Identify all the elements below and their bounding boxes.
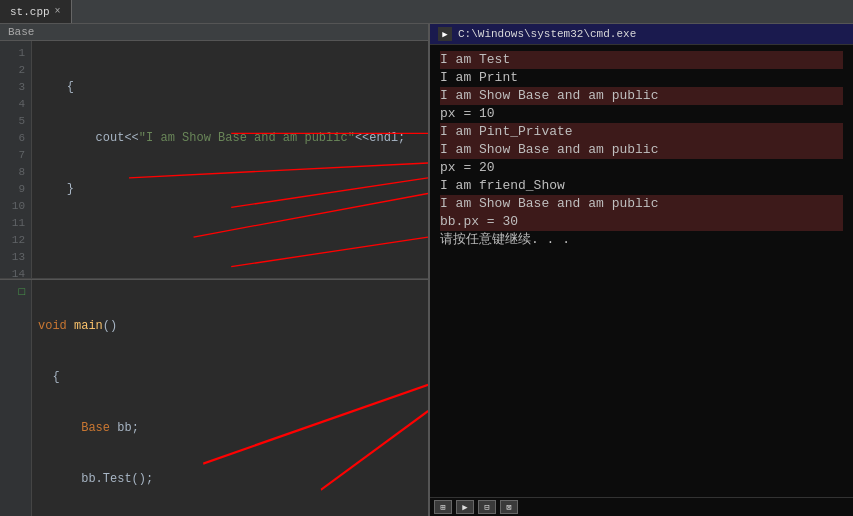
code-line: Base bb; bbox=[38, 420, 422, 437]
bottom-code-panel: □ void main() { Base bb; bb.Test bbox=[0, 279, 428, 516]
main-area: Base 1 2 3 4 5 6 7 8 9 10 11 12 13 14 15… bbox=[0, 24, 853, 516]
cmd-output-line-7: I am friend_Show bbox=[440, 177, 843, 195]
cmd-footer: ⊞ ▶ ⊟ ⊠ bbox=[430, 497, 853, 516]
cmd-header: ▶ C:\Windows\system32\cmd.exe bbox=[430, 24, 853, 45]
main-code-content[interactable]: void main() { Base bb; bb.Test(); //测试友元… bbox=[32, 280, 428, 516]
cmd-btn-2[interactable]: ▶ bbox=[456, 500, 474, 514]
cmd-title: C:\Windows\system32\cmd.exe bbox=[458, 28, 636, 40]
code-line: cout<<"I am Show Base and am public"<<en… bbox=[38, 130, 422, 147]
cmd-btn-3[interactable]: ⊟ bbox=[478, 500, 496, 514]
main-line-numbers: □ bbox=[0, 280, 32, 516]
main-code-section: □ void main() { Base bb; bb.Test bbox=[0, 278, 428, 516]
cmd-btn-4[interactable]: ⊠ bbox=[500, 500, 518, 514]
editor-panel: Base 1 2 3 4 5 6 7 8 9 10 11 12 13 14 15… bbox=[0, 24, 430, 516]
cmd-body: I am Test I am Print I am Show Base and … bbox=[430, 45, 853, 497]
cmd-btn-1[interactable]: ⊞ bbox=[434, 500, 452, 514]
cmd-output-line-3: px = 10 bbox=[440, 105, 843, 123]
cmd-output-line-6: px = 20 bbox=[440, 159, 843, 177]
code-line: bb.Test(); bbox=[38, 471, 422, 488]
active-tab[interactable]: st.cpp × bbox=[0, 0, 72, 23]
code-content[interactable]: { cout<<"I am Show Base and am public"<<… bbox=[32, 41, 428, 278]
code-line: void main() bbox=[38, 318, 422, 335]
tab-close-button[interactable]: × bbox=[55, 6, 61, 17]
code-line: } bbox=[38, 181, 422, 198]
cmd-output-line-5: I am Show Base and am public bbox=[440, 141, 843, 159]
editor-code-wrapper: 1 2 3 4 5 6 7 8 9 10 11 12 13 14 15 16 { bbox=[0, 41, 428, 278]
cmd-icon: ▶ bbox=[438, 27, 452, 41]
code-line: { bbox=[38, 79, 422, 96]
cmd-output-line-9: bb.px = 30 bbox=[440, 213, 843, 231]
cmd-output-line-10: 请按任意键继续. . . bbox=[440, 231, 843, 249]
tab-bar: st.cpp × bbox=[0, 0, 853, 24]
line-numbers: 1 2 3 4 5 6 7 8 9 10 11 12 13 14 15 16 bbox=[0, 41, 32, 278]
cmd-output-line-4: I am Pint_Private bbox=[440, 123, 843, 141]
code-line bbox=[38, 232, 422, 249]
cmd-output-line-0: I am Test bbox=[440, 51, 843, 69]
cmd-output-line-1: I am Print bbox=[440, 69, 843, 87]
tab-label: st.cpp bbox=[10, 6, 50, 18]
editor-header: Base bbox=[0, 24, 428, 41]
cmd-output-line-2: I am Show Base and am public bbox=[440, 87, 843, 105]
code-line: { bbox=[38, 369, 422, 386]
cmd-panel: ▶ C:\Windows\system32\cmd.exe I am Test … bbox=[430, 24, 853, 516]
cmd-output-line-8: I am Show Base and am public bbox=[440, 195, 843, 213]
